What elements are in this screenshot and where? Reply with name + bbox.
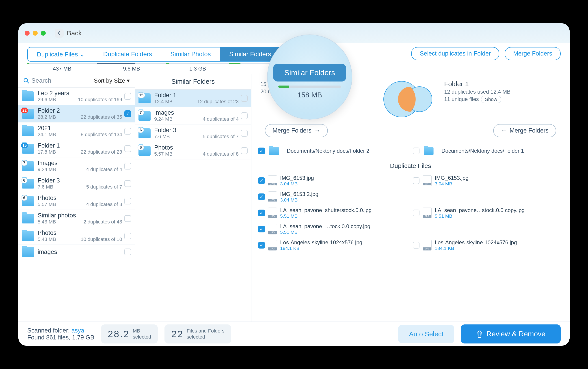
file-checkbox[interactable] — [413, 210, 420, 216]
folder-size: 5.43 MB — [38, 236, 56, 242]
file-size: 3.04 MB — [280, 197, 318, 203]
file-size: 5.51 MB — [280, 213, 372, 219]
folder-size: 5.43 MB — [38, 219, 56, 225]
file-row: ✓LA_sean_pavone_…tock.0.0 copy.jpg5.51 M… — [252, 221, 570, 237]
folder-name: Leo 2 years — [38, 90, 122, 97]
back-button[interactable]: Back — [55, 29, 82, 38]
folder-sidebar: Search Sort by Size ▾ Leo 2 years29.6 MB… — [18, 74, 135, 321]
tab-similar-photos[interactable]: Similar Photos — [161, 48, 220, 61]
folder-name: Folder 2 — [38, 107, 122, 114]
file-size: 184.1 KB — [435, 246, 517, 251]
folder-size: 9.24 MB — [154, 116, 173, 122]
file-checkbox[interactable]: ✓ — [258, 194, 265, 200]
folder-list[interactable]: Leo 2 years29.6 MB10 duplicates of 16922… — [18, 88, 135, 321]
search-icon — [23, 78, 29, 83]
svg-line-1 — [27, 82, 29, 83]
tab-size: 437 MB — [53, 64, 72, 74]
item-checkbox[interactable] — [124, 145, 131, 152]
file-checkbox[interactable]: ✓ — [258, 242, 265, 248]
file-checkbox[interactable] — [413, 242, 420, 248]
list-item[interactable]: 6Folder 37.6 MB5 duplicates of 7 — [18, 175, 135, 192]
merge-right-button[interactable]: ← Merge Folders — [493, 124, 556, 137]
file-list[interactable]: ✓IMG_6153.jpg3.04 MBIMG_6153.jpg3.04 MB✓… — [252, 173, 570, 321]
item-checkbox[interactable] — [124, 93, 131, 100]
item-checkbox[interactable] — [241, 113, 248, 119]
merge-left-button[interactable]: Merge Folders → — [265, 124, 328, 137]
file-row: ✓LA_sean_pavone_shutterstock.0.0.jpg5.51… — [252, 205, 570, 221]
count-badge: 6 — [137, 127, 144, 133]
list-item[interactable]: Similar photos5.43 MB2 duplicates of 43 — [18, 210, 135, 227]
found-summary: Found 861 files, 1.79 GB — [27, 334, 94, 341]
list-item[interactable]: 15Folder 117.8 MB22 duplicates of 23 — [18, 140, 135, 157]
maximize-icon[interactable] — [41, 31, 46, 36]
file-checkbox[interactable]: ✓ — [258, 226, 265, 232]
file-icon — [268, 240, 277, 251]
list-item[interactable]: 7Images9.24 MB4 duplicates of 4 — [18, 157, 135, 175]
item-checkbox[interactable] — [124, 163, 131, 170]
count-badge: 6 — [21, 195, 27, 201]
item-checkbox[interactable] — [124, 215, 131, 222]
auto-select-button[interactable]: Auto Select — [398, 325, 454, 343]
tab-duplicate-folders[interactable]: Duplicate Folders — [94, 48, 161, 61]
list-item[interactable]: images — [18, 245, 135, 259]
item-checkbox[interactable] — [241, 95, 248, 102]
folder-name: 2021 — [38, 125, 122, 132]
item-checkbox[interactable] — [124, 248, 131, 255]
folder-name: Folder 1 — [154, 92, 239, 99]
list-item[interactable]: Leo 2 years29.6 MB10 duplicates of 169 — [18, 88, 135, 105]
count-badge: 22 — [21, 108, 28, 113]
folder-name: Photos — [154, 144, 239, 151]
folder-icon: 6 — [22, 196, 34, 206]
folder-name: Folder 1 — [38, 142, 122, 149]
path-checkbox[interactable] — [413, 148, 420, 154]
sort-dropdown[interactable]: Sort by Size ▾ — [94, 77, 130, 84]
item-checkbox[interactable]: ✓ — [124, 110, 131, 117]
tab-duplicate-files[interactable]: Duplicate Files ⌄ — [28, 48, 94, 61]
folder-size: 12.4 MB — [154, 99, 173, 104]
file-checkbox[interactable]: ✓ — [258, 210, 265, 216]
folder-icon — [424, 147, 433, 155]
file-name: LA_sean_pavone…stock.0.0 copy.jpg — [435, 207, 525, 213]
select-duplicates-button[interactable]: Select duplicates in Folder — [411, 47, 499, 60]
folder-dupes: 10 duplicates of 169 — [78, 97, 122, 102]
list-item[interactable]: 15Folder 112.4 MB12 duplicates of 23 — [135, 90, 251, 107]
item-checkbox[interactable] — [124, 128, 131, 134]
search-input[interactable]: Search — [23, 77, 51, 84]
file-checkbox[interactable] — [413, 177, 420, 184]
tab-size: 1.3 GB — [189, 64, 206, 74]
compare-right: Folder 1 12 duplicates used 12.4 MB 11 u… — [440, 80, 561, 103]
compare-right-title: Folder 1 — [444, 80, 561, 88]
list-item[interactable]: 22Folder 228.2 MB22 duplicates of 35✓ — [18, 105, 135, 123]
folder-size: 9.24 MB — [38, 167, 56, 172]
folder-icon: 7 — [138, 111, 151, 121]
item-checkbox[interactable] — [124, 180, 131, 187]
minimize-icon[interactable] — [33, 31, 38, 36]
list-item[interactable]: 202124.1 MB8 duplicates of 134 — [18, 123, 135, 140]
file-checkbox[interactable]: ✓ — [258, 177, 265, 184]
folder-name: Photos — [38, 195, 122, 202]
path-left: ✓ Documents/Nektony docs/Folder 2 — [256, 146, 410, 156]
path-checkbox[interactable]: ✓ — [258, 148, 265, 154]
unique-line: 11 unique filesShow — [444, 96, 561, 103]
folder-name: Folder 3 — [38, 177, 122, 184]
list-item[interactable]: 6Photos5.57 MB4 duplicates of 8 — [135, 142, 251, 159]
merge-folders-button[interactable]: Merge Folders — [505, 47, 561, 60]
review-remove-button[interactable]: Review & Remove — [461, 324, 561, 343]
folder-icon: 22 — [22, 109, 34, 119]
item-checkbox[interactable] — [124, 233, 131, 239]
close-icon[interactable] — [25, 31, 30, 36]
list-item[interactable]: Photos5.43 MB10 duplicates of 10 — [18, 227, 135, 245]
item-checkbox[interactable] — [241, 130, 248, 137]
folder-dupes: 2 duplicates of 43 — [84, 219, 122, 225]
similar-folder-list[interactable]: 15Folder 112.4 MB12 duplicates of 237Ima… — [135, 90, 251, 321]
folder-dupes: 4 duplicates of 8 — [86, 202, 122, 207]
main-tabs: Duplicate Files ⌄ Duplicate Folders Simi… — [27, 47, 296, 62]
folder-dupes: 4 duplicates of 4 — [86, 167, 122, 172]
list-item[interactable]: 6Photos5.57 MB4 duplicates of 8 — [18, 192, 135, 210]
item-checkbox[interactable] — [124, 198, 131, 205]
list-item[interactable]: 6Folder 37.6 MB5 duplicates of 7 — [135, 124, 251, 142]
folder-name: Images — [38, 160, 122, 167]
list-item[interactable]: 7Images9.24 MB4 duplicates of 4 — [135, 107, 251, 124]
show-button[interactable]: Show — [481, 96, 501, 103]
item-checkbox[interactable] — [241, 147, 248, 154]
